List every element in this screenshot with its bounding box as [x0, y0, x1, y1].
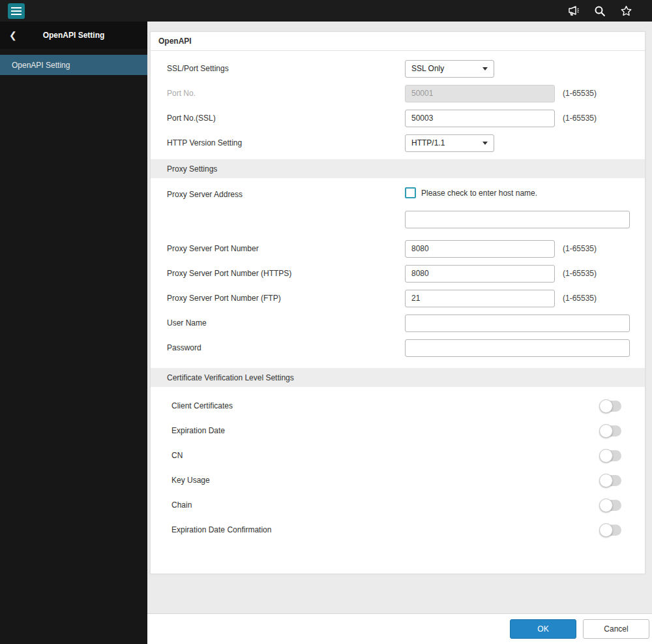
proxy-port-input[interactable]: [405, 240, 555, 258]
ssl-port-settings-label: SSL/Port Settings: [167, 64, 405, 73]
expiration-date-confirmation-toggle[interactable]: [600, 525, 621, 536]
user-name-input[interactable]: [405, 314, 630, 332]
chevron-down-icon: [482, 142, 488, 145]
port-no-ssl-row: Port No.(SSL) (1-65535): [151, 106, 645, 130]
chain-toggle[interactable]: [600, 500, 621, 511]
http-version-select[interactable]: HTTP/1.1: [405, 134, 494, 152]
cn-label: CN: [171, 451, 183, 460]
http-version-label: HTTP Version Setting: [167, 138, 405, 147]
hamburger-menu-icon[interactable]: [8, 3, 25, 19]
chain-label: Chain: [171, 500, 192, 510]
proxy-settings-section-header: Proxy Settings: [151, 159, 645, 178]
proxy-server-address-input[interactable]: [405, 211, 630, 228]
proxy-server-address-row: Proxy Server Address Please check to ent…: [151, 178, 645, 236]
openapi-settings-card: OpenAPI SSL/Port Settings SSL Only Port …: [150, 31, 645, 574]
proxy-port-ftp-row: Proxy Server Port Number (FTP) (1-65535): [151, 286, 645, 311]
expiration-date-toggle[interactable]: [600, 425, 621, 437]
key-usage-row: Key Usage: [151, 468, 645, 493]
client-certificates-toggle[interactable]: [600, 401, 621, 412]
proxy-port-ftp-range-hint: (1-65535): [563, 294, 597, 303]
expiration-date-label: Expiration Date: [171, 426, 225, 435]
user-name-label: User Name: [167, 318, 405, 328]
back-chevron-icon[interactable]: ❮: [9, 31, 17, 40]
client-certificates-row: Client Certificates: [151, 393, 645, 418]
port-no-label: Port No.: [167, 89, 405, 98]
port-no-input: [405, 85, 555, 102]
port-no-ssl-input[interactable]: [405, 110, 555, 127]
proxy-server-address-label: Proxy Server Address: [167, 187, 405, 199]
user-name-row: User Name: [151, 311, 645, 335]
proxy-port-https-input[interactable]: [405, 265, 555, 283]
password-label: Password: [167, 343, 405, 352]
proxy-port-ftp-input[interactable]: [405, 290, 555, 307]
chevron-down-icon: [482, 67, 488, 70]
notification-megaphone-icon[interactable]: [567, 5, 580, 17]
port-no-range-hint: (1-65535): [563, 89, 597, 98]
sidebar-item-openapi-setting[interactable]: OpenAPI Setting: [0, 55, 147, 75]
port-no-ssl-range-hint: (1-65535): [563, 114, 597, 123]
sidebar-title: OpenAPI Setting: [43, 31, 105, 40]
expiration-date-confirmation-row: Expiration Date Confirmation: [151, 517, 645, 542]
proxy-port-https-label: Proxy Server Port Number (HTTPS): [167, 269, 405, 278]
footer-bar: OK Cancel: [147, 613, 652, 644]
cn-row: CN: [151, 443, 645, 468]
client-certificates-label: Client Certificates: [171, 401, 233, 410]
expiration-date-row: Expiration Date: [151, 418, 645, 443]
host-name-checkbox[interactable]: [405, 187, 416, 198]
port-no-row: Port No. (1-65535): [151, 81, 645, 106]
password-row: Password: [151, 335, 645, 360]
ssl-port-settings-value: SSL Only: [411, 64, 444, 73]
top-bar: [0, 0, 652, 22]
http-version-row: HTTP Version Setting HTTP/1.1: [151, 130, 645, 155]
proxy-port-range-hint: (1-65535): [563, 244, 597, 253]
key-usage-label: Key Usage: [171, 476, 210, 485]
proxy-port-label: Proxy Server Port Number: [167, 244, 405, 253]
sidebar: ❮ OpenAPI Setting OpenAPI Setting: [0, 22, 147, 644]
ok-button[interactable]: OK: [510, 619, 576, 639]
proxy-port-https-range-hint: (1-65535): [563, 269, 597, 278]
proxy-port-ftp-label: Proxy Server Port Number (FTP): [167, 294, 405, 303]
proxy-port-row: Proxy Server Port Number (1-65535): [151, 236, 645, 261]
http-version-value: HTTP/1.1: [411, 138, 445, 147]
expiration-date-confirmation-label: Expiration Date Confirmation: [171, 525, 271, 534]
port-no-ssl-label: Port No.(SSL): [167, 114, 405, 123]
cert-verification-section-header: Certificate Verification Level Settings: [151, 368, 645, 387]
sidebar-header: ❮ OpenAPI Setting: [0, 22, 147, 49]
search-icon[interactable]: [594, 5, 606, 17]
key-usage-toggle[interactable]: [600, 475, 621, 486]
favorite-star-icon[interactable]: [620, 5, 632, 17]
ssl-port-settings-row: SSL/Port Settings SSL Only: [151, 56, 645, 81]
proxy-port-https-row: Proxy Server Port Number (HTTPS) (1-6553…: [151, 261, 645, 286]
chain-row: Chain: [151, 493, 645, 517]
sidebar-item-label: OpenAPI Setting: [12, 61, 70, 70]
cn-toggle[interactable]: [600, 450, 621, 461]
ssl-port-settings-select[interactable]: SSL Only: [405, 60, 494, 78]
host-name-checkbox-label: Please check to enter host name.: [421, 189, 537, 198]
password-input[interactable]: [405, 339, 630, 357]
cancel-button[interactable]: Cancel: [583, 619, 649, 639]
card-title: OpenAPI: [151, 32, 645, 51]
main-content: OpenAPI SSL/Port Settings SSL Only Port …: [147, 22, 652, 644]
